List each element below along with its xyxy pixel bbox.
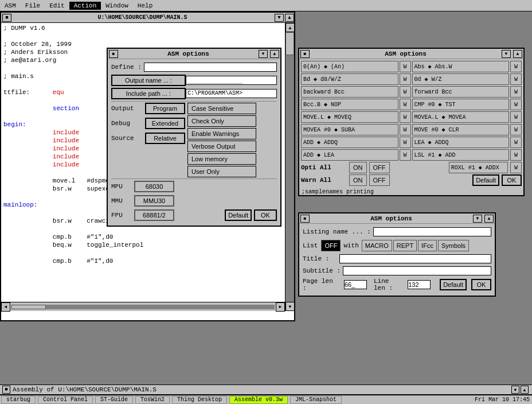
scroll-down-arrow[interactable]: ▼ — [285, 302, 295, 311]
mmu-btn[interactable]: MMU30 — [134, 195, 174, 207]
opti-off-btn[interactable]: OFF — [369, 162, 390, 173]
code-window-minimize[interactable]: ▼ — [275, 14, 284, 22]
scroll-left-arrow[interactable]: ◄ — [1, 302, 10, 312]
assembly-max-btn[interactable]: ▲ — [521, 386, 529, 394]
vscroll-thumb[interactable] — [285, 32, 294, 55]
verbose-output-btn[interactable]: Verbose Output — [187, 141, 256, 152]
opt-cell[interactable]: CMP #0 ◆ TST — [412, 99, 510, 110]
ifcc-btn[interactable]: IFcc — [418, 240, 437, 251]
opt-w-btn[interactable]: W — [400, 99, 411, 110]
dialog2-max[interactable]: ▲ — [513, 50, 522, 58]
dialog1-max[interactable]: ▲ — [270, 50, 279, 58]
taskbar-toswin2[interactable]: TosWin2 — [135, 396, 170, 404]
opt-w-btn[interactable]: W — [510, 111, 522, 123]
symbols-btn[interactable]: Symbols — [438, 240, 469, 251]
opt-w-btn[interactable]: W — [510, 99, 522, 110]
taskbar-st-guide[interactable]: ST-Guide — [95, 396, 133, 404]
dialog2-default-btn[interactable]: Default — [472, 174, 499, 186]
opt-cell[interactable]: 0d ◆ W/Z — [412, 73, 510, 85]
taskbar-assemble[interactable]: Assemble v0.3w — [229, 396, 288, 404]
dialog3-close[interactable]: ■ — [300, 215, 310, 223]
subtitle-input[interactable] — [343, 266, 491, 275]
code-window-close[interactable]: ■ — [2, 14, 11, 22]
code-window-maximize[interactable]: ▲ — [285, 14, 294, 22]
opt-cell[interactable]: LSL #1 ◆ ADD — [412, 149, 510, 161]
assembly-min-btn[interactable]: ▼ — [511, 386, 519, 394]
dialog2-ok-btn[interactable]: OK — [502, 174, 522, 186]
dialog3-default-btn[interactable]: Default — [440, 279, 467, 290]
scroll-right-arrow[interactable]: ► — [276, 302, 285, 312]
opt-cell[interactable]: LEA ◆ ADDQ — [412, 137, 510, 148]
opt-w-btn[interactable]: W — [510, 61, 522, 72]
macro-btn[interactable]: MACRO — [362, 240, 392, 251]
opt-w-btn[interactable]: W — [400, 137, 411, 148]
include-path-btn[interactable]: Include path ... : — [111, 88, 186, 99]
opt-w-btn[interactable]: W — [400, 149, 411, 161]
opt-w-btn[interactable]: W — [510, 149, 522, 161]
vscrollbar[interactable]: ▲ ▼ — [285, 23, 294, 311]
line-len-input[interactable] — [408, 280, 431, 289]
opt-w-btn[interactable]: W — [400, 124, 411, 135]
dialog3-ok-btn[interactable]: OK — [471, 279, 491, 290]
dialog1-close[interactable]: ■ — [109, 50, 118, 58]
taskbar-control-panel[interactable]: Control Panel — [38, 396, 93, 404]
dialog1-default-btn[interactable]: Default — [225, 209, 252, 221]
dialog1-min[interactable]: ▼ — [259, 50, 268, 58]
taskbar-jml-snapshot[interactable]: JML-Snapshot — [290, 396, 342, 404]
mpu-btn[interactable]: 68030 — [134, 181, 174, 192]
opt-w-btn[interactable]: W — [510, 73, 522, 85]
define-input[interactable] — [144, 63, 277, 72]
dialog3-max[interactable]: ▲ — [484, 215, 494, 223]
rept-btn[interactable]: REPT — [393, 240, 417, 251]
output-program-btn[interactable]: Program — [145, 103, 185, 114]
opt-w-btn[interactable]: W — [400, 61, 411, 72]
hscroll-thumb[interactable] — [11, 305, 46, 309]
opt-w-btn[interactable]: W — [400, 111, 411, 123]
title-input[interactable] — [339, 254, 491, 263]
opt-cell[interactable]: forward Bcc — [412, 86, 510, 98]
listing-name-input[interactable] — [373, 227, 491, 236]
opt-w-btn[interactable]: W — [510, 86, 522, 98]
dialog2-min[interactable]: ▼ — [502, 50, 511, 58]
source-btn[interactable]: Relative — [145, 133, 185, 144]
dialog1-ok-btn[interactable]: OK — [254, 209, 277, 221]
output-name-btn[interactable]: Output name ... : — [111, 75, 186, 86]
opt-cell[interactable]: 0(An) ◆ (An) — [301, 61, 398, 72]
opt-cell[interactable]: MOVEA #0 ◆ SUBA — [301, 124, 398, 135]
scroll-up-arrow[interactable]: ▲ — [285, 23, 295, 32]
case-sensitive-btn[interactable]: Case Sensitive — [187, 103, 256, 114]
menu-help[interactable]: Help — [133, 2, 157, 10]
opt-cell[interactable]: Bcc.B ◆ NOP — [301, 99, 398, 110]
opt-cell[interactable]: ADD ◆ ADDQ — [301, 137, 398, 148]
user-only-btn[interactable]: User Only — [187, 166, 256, 177]
menu-edit[interactable]: Edit — [45, 2, 69, 10]
opt-w-btn[interactable]: W — [510, 162, 522, 173]
fpu-btn[interactable]: 68881/2 — [134, 209, 174, 221]
warn-off-btn[interactable]: OFF — [369, 174, 390, 186]
opt-cell[interactable]: MOVEA.L ◆ MOVEA — [412, 111, 510, 123]
opt-w-btn[interactable]: W — [510, 124, 522, 135]
assembly-close-btn[interactable]: ■ — [2, 386, 10, 394]
taskbar-starbug[interactable]: starbug — [1, 396, 36, 404]
opt-cell[interactable]: Abs ◆ Abs.W — [412, 61, 510, 72]
warn-on-btn[interactable]: ON — [349, 174, 367, 186]
opt-cell[interactable]: backward Bcc — [301, 86, 398, 98]
check-only-btn[interactable]: Check Only — [187, 115, 256, 127]
opt-cell[interactable]: Bd ◆ d8/W/Z — [301, 73, 398, 85]
opt-cell[interactable]: MOVE #0 ◆ CLR — [412, 124, 510, 135]
page-len-input[interactable] — [344, 280, 367, 289]
menu-asm[interactable]: ASM — [0, 2, 21, 10]
menu-window[interactable]: Window — [101, 2, 133, 10]
menu-file[interactable]: File — [21, 2, 45, 10]
menu-action[interactable]: Action — [69, 2, 101, 10]
enable-warnings-btn[interactable]: Enable Warnings — [187, 128, 256, 139]
dialog3-min[interactable]: ▼ — [473, 215, 482, 223]
opti-on-btn[interactable]: ON — [349, 162, 367, 173]
opt-cell[interactable]: ROXL #1 ◆ ADDX — [449, 162, 508, 173]
taskbar-thing-desktop[interactable]: Thing Desktop — [172, 396, 227, 404]
opt-w-btn[interactable]: W — [400, 86, 411, 98]
opt-cell[interactable]: MOVE.L ◆ MOVEQ — [301, 111, 398, 123]
dialog2-close[interactable]: ■ — [300, 50, 310, 58]
list-off-btn[interactable]: OFF — [321, 240, 341, 251]
hscrollbar[interactable]: ◄ ► — [1, 302, 285, 311]
